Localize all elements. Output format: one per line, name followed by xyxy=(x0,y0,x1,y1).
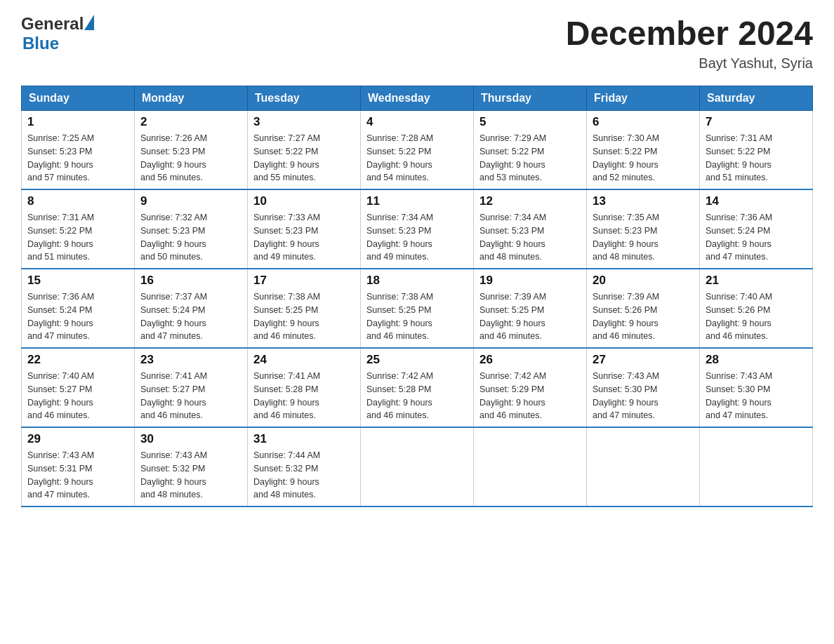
day-number: 4 xyxy=(366,115,468,129)
calendar-day-cell: 22 Sunrise: 7:40 AM Sunset: 5:27 PM Dayl… xyxy=(22,348,135,427)
logo: General Blue xyxy=(21,14,94,53)
calendar-day-cell: 1 Sunrise: 7:25 AM Sunset: 5:23 PM Dayli… xyxy=(22,111,135,190)
day-number: 12 xyxy=(479,194,581,208)
day-number: 2 xyxy=(140,115,241,129)
calendar-day-cell: 30 Sunrise: 7:43 AM Sunset: 5:32 PM Dayl… xyxy=(135,427,248,507)
calendar-week-row: 8 Sunrise: 7:31 AM Sunset: 5:22 PM Dayli… xyxy=(22,189,813,269)
day-number: 23 xyxy=(140,353,241,367)
day-info: Sunrise: 7:40 AM Sunset: 5:26 PM Dayligh… xyxy=(706,290,807,343)
calendar-day-cell: 5 Sunrise: 7:29 AM Sunset: 5:22 PM Dayli… xyxy=(474,111,587,190)
day-info: Sunrise: 7:44 AM Sunset: 5:32 PM Dayligh… xyxy=(253,449,355,502)
calendar-day-cell xyxy=(587,427,700,507)
day-number: 28 xyxy=(706,353,807,367)
calendar-title-area: December 2024 Bayt Yashut, Syria xyxy=(566,14,813,72)
day-info: Sunrise: 7:43 AM Sunset: 5:30 PM Dayligh… xyxy=(593,370,694,422)
day-number: 7 xyxy=(706,115,807,129)
day-info: Sunrise: 7:35 AM Sunset: 5:23 PM Dayligh… xyxy=(593,211,694,264)
day-info: Sunrise: 7:38 AM Sunset: 5:25 PM Dayligh… xyxy=(253,290,355,343)
day-of-week-header: Wednesday xyxy=(361,86,474,111)
calendar-day-cell: 29 Sunrise: 7:43 AM Sunset: 5:31 PM Dayl… xyxy=(22,427,135,507)
calendar-day-cell: 26 Sunrise: 7:42 AM Sunset: 5:29 PM Dayl… xyxy=(474,348,587,427)
day-of-week-header: Tuesday xyxy=(248,86,361,111)
day-of-week-header: Friday xyxy=(587,86,700,111)
day-info: Sunrise: 7:43 AM Sunset: 5:32 PM Dayligh… xyxy=(140,449,241,502)
calendar-day-cell: 8 Sunrise: 7:31 AM Sunset: 5:22 PM Dayli… xyxy=(22,189,135,269)
calendar-day-cell: 15 Sunrise: 7:36 AM Sunset: 5:24 PM Dayl… xyxy=(22,269,135,348)
calendar-day-cell: 27 Sunrise: 7:43 AM Sunset: 5:30 PM Dayl… xyxy=(587,348,700,427)
calendar-table: SundayMondayTuesdayWednesdayThursdayFrid… xyxy=(21,86,813,507)
calendar-day-cell: 10 Sunrise: 7:33 AM Sunset: 5:23 PM Dayl… xyxy=(248,189,361,269)
day-info: Sunrise: 7:27 AM Sunset: 5:22 PM Dayligh… xyxy=(253,132,355,185)
calendar-day-cell: 21 Sunrise: 7:40 AM Sunset: 5:26 PM Dayl… xyxy=(700,269,813,348)
day-info: Sunrise: 7:36 AM Sunset: 5:24 PM Dayligh… xyxy=(706,211,807,264)
calendar-day-cell: 28 Sunrise: 7:43 AM Sunset: 5:30 PM Dayl… xyxy=(700,348,813,427)
calendar-day-cell: 11 Sunrise: 7:34 AM Sunset: 5:23 PM Dayl… xyxy=(361,189,474,269)
day-info: Sunrise: 7:39 AM Sunset: 5:25 PM Dayligh… xyxy=(479,290,581,343)
day-info: Sunrise: 7:31 AM Sunset: 5:22 PM Dayligh… xyxy=(27,211,128,264)
day-of-week-header: Monday xyxy=(135,86,248,111)
calendar-week-row: 29 Sunrise: 7:43 AM Sunset: 5:31 PM Dayl… xyxy=(22,427,813,507)
day-info: Sunrise: 7:41 AM Sunset: 5:28 PM Dayligh… xyxy=(253,370,355,422)
day-number: 18 xyxy=(366,274,468,288)
logo-triangle-icon xyxy=(84,15,94,30)
calendar-day-cell: 4 Sunrise: 7:28 AM Sunset: 5:22 PM Dayli… xyxy=(361,111,474,190)
calendar-day-cell: 6 Sunrise: 7:30 AM Sunset: 5:22 PM Dayli… xyxy=(587,111,700,190)
logo-blue-text: Blue xyxy=(22,34,59,53)
day-info: Sunrise: 7:41 AM Sunset: 5:27 PM Dayligh… xyxy=(140,370,241,422)
day-number: 24 xyxy=(253,353,355,367)
day-number: 17 xyxy=(253,274,355,288)
logo-general-text: General xyxy=(21,14,84,34)
day-number: 9 xyxy=(140,194,241,208)
day-number: 8 xyxy=(27,194,128,208)
calendar-header-row: SundayMondayTuesdayWednesdayThursdayFrid… xyxy=(22,86,813,111)
day-info: Sunrise: 7:31 AM Sunset: 5:22 PM Dayligh… xyxy=(706,132,807,185)
calendar-week-row: 1 Sunrise: 7:25 AM Sunset: 5:23 PM Dayli… xyxy=(22,111,813,190)
calendar-day-cell: 16 Sunrise: 7:37 AM Sunset: 5:24 PM Dayl… xyxy=(135,269,248,348)
day-number: 21 xyxy=(706,274,807,288)
calendar-day-cell: 13 Sunrise: 7:35 AM Sunset: 5:23 PM Dayl… xyxy=(587,189,700,269)
day-number: 31 xyxy=(253,432,355,446)
calendar-day-cell xyxy=(474,427,587,507)
calendar-day-cell: 12 Sunrise: 7:34 AM Sunset: 5:23 PM Dayl… xyxy=(474,189,587,269)
calendar-day-cell: 24 Sunrise: 7:41 AM Sunset: 5:28 PM Dayl… xyxy=(248,348,361,427)
calendar-day-cell: 31 Sunrise: 7:44 AM Sunset: 5:32 PM Dayl… xyxy=(248,427,361,507)
calendar-day-cell: 7 Sunrise: 7:31 AM Sunset: 5:22 PM Dayli… xyxy=(700,111,813,190)
day-number: 14 xyxy=(706,194,807,208)
day-number: 10 xyxy=(253,194,355,208)
day-number: 22 xyxy=(27,353,128,367)
calendar-day-cell: 17 Sunrise: 7:38 AM Sunset: 5:25 PM Dayl… xyxy=(248,269,361,348)
day-info: Sunrise: 7:36 AM Sunset: 5:24 PM Dayligh… xyxy=(27,290,128,343)
day-number: 6 xyxy=(593,115,694,129)
day-info: Sunrise: 7:32 AM Sunset: 5:23 PM Dayligh… xyxy=(140,211,241,264)
day-info: Sunrise: 7:43 AM Sunset: 5:30 PM Dayligh… xyxy=(706,370,807,422)
day-number: 30 xyxy=(140,432,241,446)
day-info: Sunrise: 7:37 AM Sunset: 5:24 PM Dayligh… xyxy=(140,290,241,343)
calendar-day-cell: 25 Sunrise: 7:42 AM Sunset: 5:28 PM Dayl… xyxy=(361,348,474,427)
day-number: 1 xyxy=(27,115,128,129)
day-info: Sunrise: 7:34 AM Sunset: 5:23 PM Dayligh… xyxy=(479,211,581,264)
day-number: 29 xyxy=(27,432,128,446)
day-number: 16 xyxy=(140,274,241,288)
day-info: Sunrise: 7:42 AM Sunset: 5:28 PM Dayligh… xyxy=(366,370,468,422)
day-of-week-header: Sunday xyxy=(22,86,135,111)
calendar-week-row: 22 Sunrise: 7:40 AM Sunset: 5:27 PM Dayl… xyxy=(22,348,813,427)
calendar-day-cell: 20 Sunrise: 7:39 AM Sunset: 5:26 PM Dayl… xyxy=(587,269,700,348)
day-info: Sunrise: 7:38 AM Sunset: 5:25 PM Dayligh… xyxy=(366,290,468,343)
calendar-day-cell xyxy=(700,427,813,507)
page-header: General Blue December 2024 Bayt Yashut, … xyxy=(21,14,813,72)
day-number: 5 xyxy=(479,115,581,129)
calendar-day-cell: 19 Sunrise: 7:39 AM Sunset: 5:25 PM Dayl… xyxy=(474,269,587,348)
calendar-title: December 2024 xyxy=(566,14,813,53)
day-number: 3 xyxy=(253,115,355,129)
calendar-day-cell: 18 Sunrise: 7:38 AM Sunset: 5:25 PM Dayl… xyxy=(361,269,474,348)
day-info: Sunrise: 7:40 AM Sunset: 5:27 PM Dayligh… xyxy=(27,370,128,422)
day-info: Sunrise: 7:26 AM Sunset: 5:23 PM Dayligh… xyxy=(140,132,241,185)
day-info: Sunrise: 7:43 AM Sunset: 5:31 PM Dayligh… xyxy=(27,449,128,502)
day-number: 20 xyxy=(593,274,694,288)
day-number: 11 xyxy=(366,194,468,208)
calendar-day-cell: 23 Sunrise: 7:41 AM Sunset: 5:27 PM Dayl… xyxy=(135,348,248,427)
calendar-day-cell xyxy=(361,427,474,507)
day-info: Sunrise: 7:33 AM Sunset: 5:23 PM Dayligh… xyxy=(253,211,355,264)
day-number: 26 xyxy=(479,353,581,367)
day-of-week-header: Thursday xyxy=(474,86,587,111)
